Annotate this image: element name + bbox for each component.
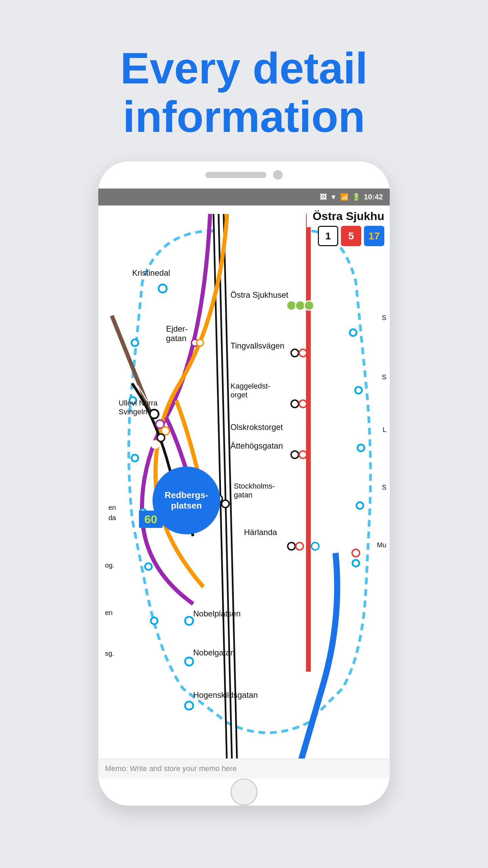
svg-point-6 — [197, 339, 203, 346]
phone-mockup: 🖼 ▼ 📶 🔋 10:42 Östra Sjukhu 1 5 17 — [98, 161, 390, 806]
label-right-3: L — [383, 426, 386, 434]
redbergsplatsen-label: Redbergs- platsen — [152, 490, 220, 511]
station-name-header: Östra Sjukhu — [307, 205, 390, 227]
svg-point-13 — [299, 400, 307, 408]
svg-point-14 — [291, 451, 299, 458]
svg-point-21 — [131, 339, 138, 346]
headline-line2: information — [120, 93, 368, 141]
label-stockholms: Stockholms- gatan — [234, 482, 275, 499]
redbergsplatsen-bubble[interactable]: Redbergs- platsen — [152, 467, 220, 534]
label-nobelgatan: Nobelgatan — [193, 648, 235, 657]
phone-camera — [273, 170, 283, 180]
phone-speaker — [205, 172, 266, 178]
label-right-4: S — [382, 484, 386, 491]
svg-point-23 — [131, 455, 138, 461]
label-left-en2: en — [105, 609, 113, 617]
svg-point-10 — [291, 349, 299, 357]
line-badge-17: 17 — [364, 226, 384, 246]
label-kaggeledstorget: Kaggeledst- orget — [230, 382, 270, 399]
label-harlanda: Härlanda — [244, 528, 277, 537]
label-nobelplatsen: Nobelplatsen — [193, 609, 241, 618]
svg-point-39 — [185, 657, 193, 666]
svg-point-30 — [357, 502, 363, 509]
memo-bar[interactable]: Memo: Write and store your memo here — [98, 758, 390, 778]
svg-point-29 — [358, 445, 364, 451]
svg-point-35 — [352, 549, 360, 557]
photo-icon: 🖼 — [320, 193, 327, 201]
label-tingvall: Tingvallsvägen — [230, 341, 284, 351]
headline-line1: Every detail — [120, 44, 368, 93]
svg-point-8 — [296, 301, 305, 310]
svg-point-40 — [185, 702, 193, 710]
svg-point-34 — [311, 542, 319, 550]
label-right-1: S — [382, 314, 386, 322]
label-left-sg: sg. — [105, 650, 114, 657]
label-mu: Mu — [377, 541, 386, 549]
phone-screen: 🖼 ▼ 📶 🔋 10:42 Östra Sjukhu 1 5 17 — [98, 189, 390, 778]
label-left-og: og. — [105, 561, 115, 569]
line-badge-5: 5 — [341, 226, 361, 246]
svg-point-20 — [151, 441, 159, 448]
label-ullevi: Ullevi Norra Svingeln — [119, 399, 158, 416]
label-hogenskildsgatan: Hogenskildsgatan — [193, 690, 258, 700]
svg-point-11 — [299, 349, 307, 357]
headline-block: Every detail information — [120, 44, 368, 141]
svg-point-28 — [355, 387, 362, 394]
status-bar: 🖼 ▼ 📶 🔋 10:42 — [98, 189, 390, 205]
route-60-badge: 60 — [139, 511, 163, 528]
line-badges-container: 1 5 17 — [318, 226, 384, 246]
label-ejdergatan: Ejder- gatan — [166, 324, 188, 343]
svg-point-7 — [287, 301, 296, 310]
svg-point-12 — [291, 400, 299, 408]
status-time: 10:42 — [364, 193, 383, 201]
map-area[interactable]: Östra Sjukhu 1 5 17 — [98, 205, 390, 778]
label-attehogs: Ättehögsgatan — [230, 441, 283, 451]
label-left-en: en — [108, 504, 116, 512]
label-kristinedal: Kristinedal — [132, 268, 170, 278]
svg-point-15 — [299, 451, 307, 458]
svg-point-25 — [145, 563, 152, 570]
battery-icon: 🔋 — [352, 193, 361, 201]
label-olskrok: Olskrokstorget — [230, 422, 283, 432]
svg-point-31 — [352, 560, 359, 567]
svg-point-27 — [350, 329, 357, 336]
svg-point-26 — [151, 617, 158, 624]
line-badge-1: 1 — [318, 226, 338, 246]
wifi-icon: ▼ — [330, 193, 337, 201]
svg-point-19 — [157, 434, 165, 441]
phone-top — [98, 161, 390, 189]
label-right-2: S — [382, 373, 386, 381]
memo-text: Memo: Write and store your memo here — [105, 764, 237, 773]
phone-shell: 🖼 ▼ 📶 🔋 10:42 Östra Sjukhu 1 5 17 — [98, 161, 390, 806]
svg-point-33 — [296, 542, 303, 550]
label-left-da: da — [108, 514, 116, 522]
svg-point-37 — [222, 500, 229, 508]
home-button[interactable] — [230, 778, 258, 806]
svg-point-32 — [288, 542, 295, 550]
svg-point-4 — [159, 284, 167, 293]
signal-icon: 📶 — [340, 193, 349, 201]
label-ostra: Östra Sjukhuset — [230, 290, 288, 300]
phone-bottom — [98, 778, 390, 806]
svg-point-9 — [304, 301, 314, 310]
svg-point-38 — [185, 617, 193, 625]
